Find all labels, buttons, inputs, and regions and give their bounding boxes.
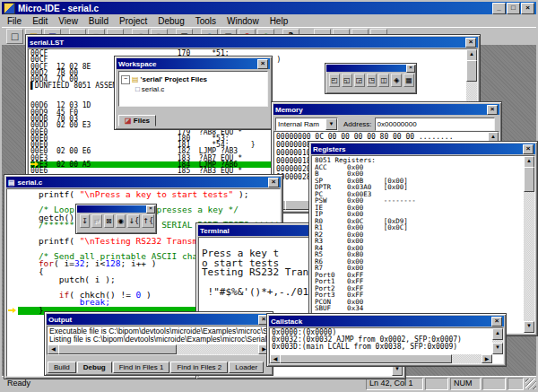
callstack-content[interactable]: 0x0000:(0x0000)0x0032:(0x0032 AJMP from … [269,327,504,364]
output-hscrollbar[interactable]: ◀ ▶ [48,344,270,354]
debug-toolbar-buttons: ↧⇄⊠◉↓{↑{ [77,214,155,228]
menu-item[interactable]: Project [114,16,152,26]
execution-arrow-editor-icon [8,308,16,313]
workspace-title-bar[interactable]: Workspace × [117,58,270,69]
view-palette-buttons: ◰◱◲◳◫◈▦ [326,74,415,87]
scroll-right-icon[interactable]: ▶ [482,354,492,363]
callstack-hscrollbar[interactable]: ◀ ▶ [270,354,492,363]
menu-item[interactable]: View [53,16,83,26]
step-over-button[interactable]: ↑{ [142,214,154,228]
registers-vscrollbar[interactable]: ▲ ▼ [524,156,534,333]
run-to-cursor-button[interactable]: ↧ [80,214,90,228]
registers-title: Registers [313,145,345,153]
output-content[interactable]: Executable file is C:\bipom\devtools\mic… [47,326,271,355]
status-message: Ready [4,379,364,389]
toggle-registers-button[interactable]: ◳ [367,74,377,87]
output-tab-debug[interactable]: Debug [77,362,112,373]
serial-c-title-bar[interactable]: ▤ serial.c × [6,177,281,187]
register-line: SBUF 0x34 [315,305,416,312]
view-palette-close-icon[interactable]: × [406,65,415,73]
output-tab-strip: BuildDebugFind in Files 1Find in Files 2… [48,361,265,373]
serial-c-title: serial.c [18,179,43,187]
window-output: Output × Executable file is C:\bipom\dev… [44,311,273,376]
output-tab-find-in-files-1[interactable]: Find in Files 1 [113,362,170,373]
editor-line: printf( "\nPress a key to start tests" )… [18,191,280,199]
close-button[interactable]: × [521,3,534,14]
toggle-memory-icon: ◲ [356,77,363,84]
tree-collapse-icon[interactable]: − [121,75,130,84]
callstack-title-bar[interactable]: Callstack × [269,316,504,327]
toggle-callstack-button[interactable]: ◈ [391,74,402,87]
new-icon: □ [11,32,19,41]
output-tab-find-in-files-2[interactable]: Find in Files 2 [170,362,228,373]
step-into-button[interactable]: ↓{ [127,214,140,228]
terminal-title: Terminal [200,227,230,235]
run-to-cursor-icon: ↧ [82,218,88,225]
scroll-down-icon[interactable]: ▼ [524,321,534,333]
menu-item[interactable]: Window [221,16,265,26]
stop-hand-button[interactable]: ◉ [116,214,126,228]
serial-lst-title-bar[interactable]: serial.LST × [28,37,478,48]
menu-item[interactable]: Tools [190,16,221,26]
menu-item[interactable]: Edit [27,16,53,26]
output-title: Output [48,316,72,324]
menu-item[interactable]: Build [83,16,114,26]
registers-close-icon[interactable]: × [523,144,534,154]
output-title-bar[interactable]: Output × [47,314,271,325]
memory-close-icon[interactable]: × [487,105,498,115]
scroll-up-icon[interactable]: ▲ [492,328,503,340]
window-workspace: Workspace × − ▤ 'serial' Project Files □… [114,56,273,130]
callstack-close-icon[interactable]: × [491,317,502,327]
app-icon [4,3,15,14]
address-input[interactable] [375,118,495,131]
maximize-button[interactable]: □ [507,3,520,14]
memory-device-select[interactable]: Internal Ram ▼ [275,118,338,131]
scroll-down-icon[interactable]: ▼ [492,343,503,354]
memory-title-bar[interactable]: Memory × [273,104,499,115]
output-tab-build[interactable]: Build [48,362,76,373]
registers-title-bar[interactable]: Registers × [311,144,535,154]
output-line: Listing file is C:\bipom\devtools\microi… [49,335,271,344]
debug-toolbar-title-bar[interactable]: × [77,205,155,213]
status-panel-5 [508,378,524,390]
document-icon: ▤ [8,179,15,187]
files-tab-icon: ◪ [125,117,132,125]
workspace-tree[interactable]: − ▤ 'serial' Project Files □ serial.c [118,71,268,107]
output-tab-loader[interactable]: Loader [229,362,264,373]
window-debug-toolbar: × ↧⇄⊠◉↓{↑{ [75,204,157,234]
window-title: Micro-IDE - serial.c [18,4,99,13]
menu-item[interactable]: Debug [152,16,189,26]
toggle-terminal-button[interactable]: ◫ [378,74,389,87]
registers-content[interactable]: 8051 Registers:ACC 0x00B 0x00SP 0x0B [0x… [311,155,535,334]
project-root-label[interactable]: 'serial' Project Files [141,75,208,83]
callstack-vscrollbar[interactable]: ▲ ▼ [492,328,503,354]
resize-grip[interactable] [525,379,536,389]
toggle-memory-button[interactable]: ◲ [354,74,365,87]
status-panel-4 [482,378,506,390]
view-palette-title-bar[interactable]: × [326,65,415,72]
callstack-title: Callstack [271,318,302,326]
menu-item[interactable]: Help [265,16,294,26]
clear-breakpoints-button[interactable]: ⊠ [104,214,114,228]
dropdown-arrow-icon[interactable]: ▼ [325,118,337,130]
step-over-icon: ↑{ [143,218,153,225]
step-into-icon: ↓{ [128,218,139,225]
toggle-workspace-button[interactable]: ◰ [329,74,340,87]
tab-files[interactable]: ◪ Files [118,115,156,126]
debug-toolbar-close-icon[interactable]: × [146,205,155,213]
menu-item[interactable]: File [2,16,27,26]
tree-item-serial-c[interactable]: serial.c [142,85,164,93]
toggle-breakpoint-button[interactable]: ⇄ [91,214,101,228]
serial-lst-close-icon[interactable]: × [465,38,476,48]
minimize-button[interactable]: _ [492,3,506,14]
serial-c-close-icon[interactable]: × [268,178,279,187]
window-callstack: Callstack × 0x0000:(0x0000)0x0032:(0x003… [266,313,507,367]
workspace-close-icon[interactable]: × [257,59,268,69]
window-view-palette: × ◰◱◲◳◫◈▦ [325,63,417,94]
toggle-watch-button[interactable]: ◱ [342,74,352,87]
new-button[interactable]: □ [6,29,23,44]
toggle-output-icon: ▦ [405,77,412,84]
memory-title: Memory [275,106,303,114]
toggle-output-button[interactable]: ▦ [404,74,414,87]
file-icon: □ [135,85,140,93]
